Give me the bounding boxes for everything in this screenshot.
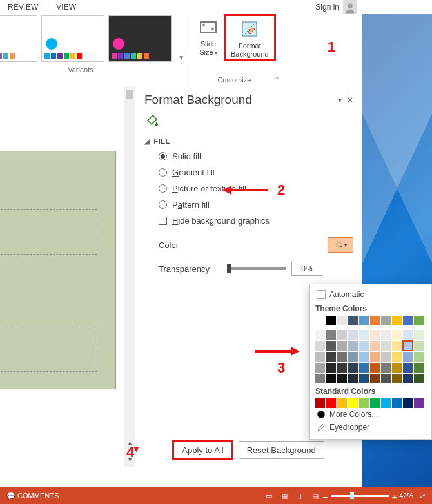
color-swatch[interactable] xyxy=(381,330,391,340)
variants-more-button[interactable]: ▾ xyxy=(175,15,187,62)
color-swatch[interactable] xyxy=(403,398,413,408)
color-swatch[interactable] xyxy=(381,316,391,325)
color-swatch[interactable] xyxy=(315,352,325,362)
pane-menu-icon[interactable]: ▾ xyxy=(338,95,342,104)
color-swatch[interactable] xyxy=(359,398,369,408)
color-swatch[interactable] xyxy=(370,363,380,373)
variant-thumb[interactable] xyxy=(41,15,104,62)
color-swatch[interactable] xyxy=(315,341,325,351)
color-swatch[interactable] xyxy=(381,398,391,408)
color-swatch[interactable] xyxy=(315,330,325,340)
color-swatch[interactable] xyxy=(326,316,336,325)
color-swatch[interactable] xyxy=(414,341,424,351)
color-swatch[interactable] xyxy=(392,352,402,362)
scroll-thumb[interactable] xyxy=(126,90,133,99)
color-swatch[interactable] xyxy=(348,363,358,373)
color-swatch[interactable] xyxy=(337,330,347,340)
scrollbar-vertical[interactable]: ▴≡▾ xyxy=(124,86,135,467)
color-swatch[interactable] xyxy=(414,316,424,325)
color-swatch[interactable] xyxy=(403,374,413,383)
color-swatch[interactable] xyxy=(359,316,369,325)
color-swatch[interactable] xyxy=(337,341,347,351)
tab-review[interactable]: REVIEW xyxy=(5,1,41,14)
format-background-button[interactable]: Format Background xyxy=(224,14,276,61)
tab-view[interactable]: VIEW xyxy=(54,1,79,14)
solid-fill-radio[interactable]: Solid fill xyxy=(159,151,353,161)
color-swatch[interactable] xyxy=(370,398,380,408)
close-icon[interactable]: ✕ xyxy=(347,95,353,104)
view-normal-icon[interactable]: ▭ xyxy=(264,491,274,500)
view-reading-icon[interactable]: ▯ xyxy=(295,491,305,500)
color-swatch[interactable] xyxy=(370,341,380,351)
color-swatch[interactable] xyxy=(326,341,336,351)
color-swatch[interactable] xyxy=(337,374,347,383)
color-swatch[interactable] xyxy=(348,341,358,351)
color-swatch[interactable] xyxy=(403,330,413,340)
color-swatch[interactable] xyxy=(315,374,325,383)
color-swatch[interactable] xyxy=(381,352,391,362)
color-swatch[interactable] xyxy=(370,352,380,362)
color-swatch[interactable] xyxy=(359,341,369,351)
view-slideshow-icon[interactable]: ▤ xyxy=(310,491,320,500)
apply-to-all-button[interactable]: Apply to All xyxy=(173,441,231,459)
color-swatch[interactable] xyxy=(370,316,380,325)
fit-to-window-icon[interactable]: ⤢ xyxy=(420,492,426,500)
color-swatch[interactable] xyxy=(403,352,413,362)
color-swatch[interactable] xyxy=(370,374,380,383)
color-swatch[interactable] xyxy=(381,341,391,351)
color-swatch[interactable] xyxy=(337,363,347,373)
color-swatch[interactable] xyxy=(326,374,336,383)
fill-tab-icon[interactable] xyxy=(144,113,353,131)
transparency-slider[interactable] xyxy=(228,267,286,270)
color-swatch[interactable] xyxy=(359,374,369,383)
transparency-input[interactable]: 0% xyxy=(291,262,322,276)
comments-button[interactable]: 💬 COMMENTS xyxy=(6,492,59,500)
placeholder[interactable] xyxy=(0,327,97,372)
placeholder[interactable] xyxy=(0,209,97,255)
color-swatch[interactable] xyxy=(392,316,402,325)
color-swatch[interactable] xyxy=(392,330,402,340)
color-swatch[interactable] xyxy=(315,363,325,373)
color-swatch[interactable] xyxy=(326,398,336,408)
color-swatch[interactable] xyxy=(392,341,402,351)
more-colors[interactable]: More Colors... xyxy=(315,408,426,421)
hide-background-checkbox[interactable]: Hide background graphics xyxy=(159,216,353,226)
zoom-level[interactable]: 42% xyxy=(399,492,413,499)
color-swatch[interactable] xyxy=(326,352,336,362)
color-swatch[interactable] xyxy=(348,352,358,362)
color-swatch[interactable] xyxy=(414,363,424,373)
section-fill-header[interactable]: ◢ FILL xyxy=(144,137,353,145)
pattern-fill-radio[interactable]: Pattern fill xyxy=(159,200,353,209)
color-swatch[interactable] xyxy=(414,374,424,383)
color-swatch[interactable] xyxy=(392,374,402,383)
collapse-ribbon-icon[interactable]: ⌃ xyxy=(275,76,280,83)
color-swatch[interactable] xyxy=(403,341,413,351)
color-swatch[interactable] xyxy=(414,352,424,362)
variant-thumb[interactable] xyxy=(0,15,37,62)
slide-preview[interactable] xyxy=(0,151,116,389)
color-swatch[interactable] xyxy=(359,363,369,373)
sign-in[interactable]: Sign in xyxy=(315,0,357,14)
slide-size-button[interactable]: Slide Size xyxy=(193,14,224,61)
eyedropper[interactable]: Eyedropper xyxy=(315,421,426,434)
color-swatch[interactable] xyxy=(392,398,402,408)
color-swatch[interactable] xyxy=(337,398,347,408)
color-swatch[interactable] xyxy=(370,330,380,340)
color-swatch[interactable] xyxy=(326,330,336,340)
zoom-slider[interactable]: −+ xyxy=(331,495,389,497)
automatic-color[interactable]: Automatic xyxy=(315,288,426,301)
color-swatch[interactable] xyxy=(348,330,358,340)
color-swatch[interactable] xyxy=(403,316,413,325)
gradient-fill-radio[interactable]: Gradient fill xyxy=(159,168,353,177)
color-swatch[interactable] xyxy=(337,316,347,325)
color-swatch[interactable] xyxy=(381,374,391,383)
color-swatch[interactable] xyxy=(348,398,358,408)
color-swatch[interactable] xyxy=(414,398,424,408)
color-swatch[interactable] xyxy=(359,352,369,362)
color-swatch[interactable] xyxy=(337,352,347,362)
color-picker-button[interactable]: ▾ xyxy=(328,237,353,253)
reset-background-button[interactable]: Reset Background xyxy=(239,441,324,459)
color-swatch[interactable] xyxy=(315,316,325,325)
color-swatch[interactable] xyxy=(414,330,424,340)
color-swatch[interactable] xyxy=(326,363,336,373)
